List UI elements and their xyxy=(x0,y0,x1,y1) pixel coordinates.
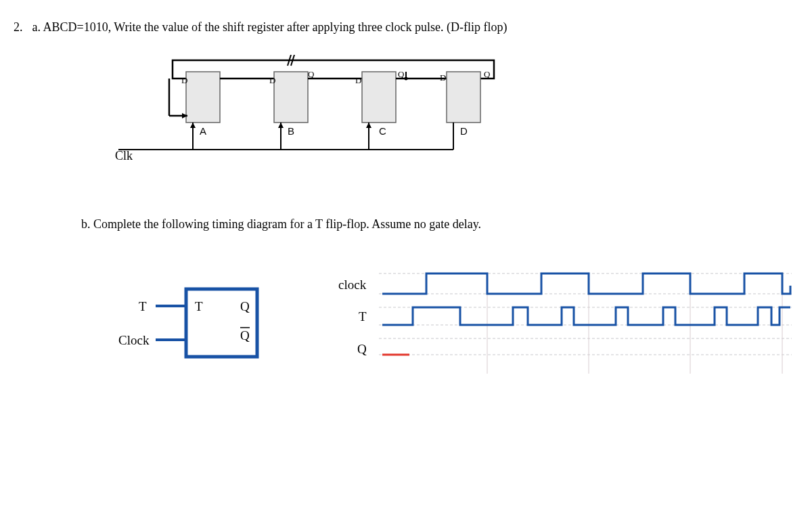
svg-rect-2 xyxy=(274,72,308,123)
clk-label: Clk xyxy=(115,149,133,162)
ff-a-d-label: D xyxy=(181,75,187,85)
t-waveform xyxy=(382,307,790,325)
tff-qbar-label: Q xyxy=(240,328,250,343)
svg-rect-10 xyxy=(447,72,480,123)
timing-diagram: clock T Q xyxy=(338,265,798,384)
svg-marker-13 xyxy=(190,123,196,128)
question-number: 2. xyxy=(14,20,23,35)
tff-t-label: T xyxy=(195,299,203,313)
ff-c-name: C xyxy=(379,125,386,137)
tff-input-t: T xyxy=(139,299,147,313)
tff-q-label: Q xyxy=(240,299,250,313)
timing-clock-label: clock xyxy=(338,278,367,292)
ff-c-q-label: Q xyxy=(484,69,491,79)
svg-text:D: D xyxy=(355,75,361,85)
ff-b-d-label: D xyxy=(269,75,275,85)
svg-rect-0 xyxy=(186,72,220,123)
clock-waveform xyxy=(382,273,790,294)
svg-marker-15 xyxy=(278,123,284,128)
question-part-b: b. Complete the following timing diagram… xyxy=(81,217,798,232)
timing-q-label: Q xyxy=(357,342,367,356)
svg-marker-17 xyxy=(366,123,371,128)
ff-d-name: D xyxy=(460,125,468,137)
shift-register-diagram: D A Q D B Q D C Q D D Clk xyxy=(115,55,521,177)
question-part-a: a. ABCD=1010, Write the value of the shi… xyxy=(32,20,508,35)
ff-b-name: B xyxy=(288,125,294,137)
svg-text:D: D xyxy=(440,72,446,83)
svg-rect-5 xyxy=(362,72,396,123)
tff-input-clock: Clock xyxy=(118,333,150,347)
timing-t-label: T xyxy=(359,309,367,324)
ff-a-name: A xyxy=(200,125,206,137)
t-flipflop-diagram: T T Clock Q Q xyxy=(108,275,277,374)
